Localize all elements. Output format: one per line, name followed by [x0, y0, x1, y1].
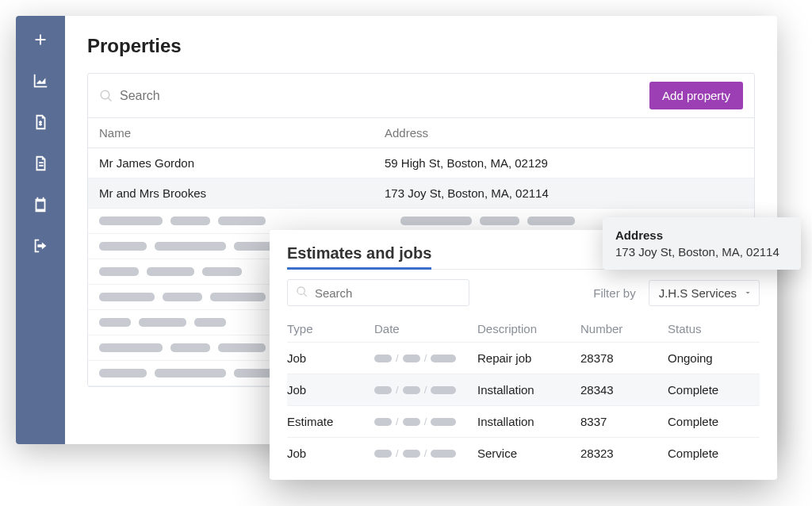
chevron-down-icon: [743, 288, 753, 297]
col-type: Type: [287, 322, 374, 335]
cell-status: Complete: [668, 383, 760, 397]
add-property-button[interactable]: Add property: [649, 82, 743, 109]
cell-status: Ongoing: [668, 351, 760, 365]
cell-description: Service: [477, 447, 580, 460]
document-icon[interactable]: [31, 154, 50, 173]
invoice-icon[interactable]: [31, 113, 50, 132]
search-input[interactable]: [120, 89, 649, 103]
address-tooltip: Address 173 Joy St, Boston, MA, 02114: [603, 217, 801, 270]
popup-search-row: Filter by J.H.S Services: [287, 279, 760, 306]
col-header-name: Name: [99, 126, 385, 140]
col-description: Description: [477, 322, 580, 335]
page-title: Properties: [87, 35, 755, 57]
address-tooltip-title: Address: [615, 228, 788, 242]
sidebar: [16, 16, 65, 444]
jobs-row[interactable]: Job // Installation 28343 Complete: [287, 374, 760, 405]
cell-date: //: [374, 352, 477, 364]
jobs-row[interactable]: Job // Service 28323 Complete: [287, 437, 760, 469]
cell-type: Job: [287, 447, 374, 460]
popup-search-wrap: [287, 279, 469, 306]
cell-date: //: [374, 447, 477, 459]
calendar-icon[interactable]: [31, 195, 50, 214]
filter-select[interactable]: J.H.S Services: [649, 280, 760, 306]
search-row: Add property: [88, 74, 754, 118]
col-date: Date: [374, 322, 477, 335]
cell-number: 28378: [580, 351, 668, 365]
cell-address: 173 Joy St, Boston, MA, 02114: [385, 186, 743, 200]
jobs-header: Type Date Description Number Status: [287, 316, 760, 342]
table-row[interactable]: Mr and Mrs Brookes 173 Joy St, Boston, M…: [88, 178, 754, 209]
chart-icon[interactable]: [31, 71, 50, 90]
cell-name: Mr James Gordon: [99, 156, 385, 170]
cell-description: Installation: [477, 415, 580, 428]
search-wrap: [99, 89, 649, 103]
cell-number: 28323: [580, 447, 668, 460]
table-header: Name Address: [88, 118, 754, 148]
cell-status: Complete: [668, 415, 760, 428]
search-icon: [296, 286, 308, 300]
cell-type: Job: [287, 351, 374, 365]
cell-description: Installation: [477, 383, 580, 397]
filter-by-label: Filter by: [593, 286, 635, 300]
cell-date: //: [374, 416, 477, 427]
plus-icon[interactable]: [31, 30, 50, 49]
cell-address: 59 High St, Boston, MA, 02129: [385, 156, 743, 170]
cell-status: Complete: [668, 447, 760, 460]
popup-search-input[interactable]: [315, 286, 461, 300]
cell-date: //: [374, 384, 477, 396]
cell-number: 8337: [580, 415, 668, 428]
search-icon: [99, 89, 113, 103]
cell-description: Repair job: [477, 351, 580, 365]
table-row[interactable]: Mr James Gordon 59 High St, Boston, MA, …: [88, 148, 754, 178]
address-tooltip-body: 173 Joy St, Boston, MA, 02114: [615, 245, 788, 259]
popup-title: Estimates and jobs: [287, 244, 431, 270]
jobs-row[interactable]: Estimate // Installation 8337 Complete: [287, 405, 760, 437]
cell-type: Estimate: [287, 415, 374, 428]
col-header-address: Address: [385, 126, 743, 140]
filter-selected-value: J.H.S Services: [659, 286, 737, 300]
cell-name: Mr and Mrs Brookes: [99, 186, 385, 200]
cell-type: Job: [287, 383, 374, 397]
col-number: Number: [580, 322, 668, 335]
jobs-row[interactable]: Job // Repair job 28378 Ongoing: [287, 342, 760, 374]
col-status: Status: [668, 322, 760, 335]
logout-icon[interactable]: [31, 236, 50, 255]
cell-number: 28343: [580, 383, 668, 397]
